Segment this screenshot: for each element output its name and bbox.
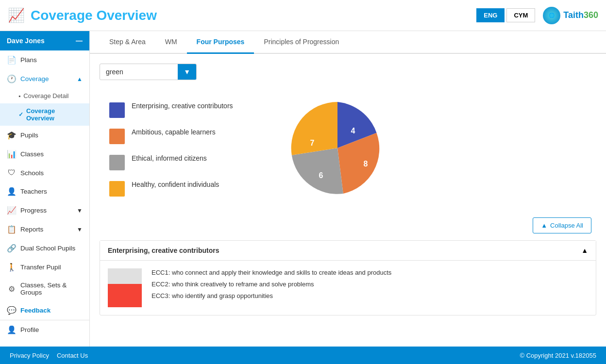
teachers-icon: 👤 [7,187,17,196]
classes-sets-icon: ⚙ [7,284,17,294]
header-icon: 📈 [8,7,25,23]
sidebar-item-feedback[interactable]: 💬 Feedback [0,301,89,320]
sidebar-user[interactable]: Dave Jones — [0,31,89,50]
tab-step-area[interactable]: Step & Area [100,31,155,54]
sidebar-item-classes[interactable]: 📊 Classes [0,145,89,164]
sidebar-item-reports[interactable]: 📋 Reports ▼ [0,220,89,239]
ecc-item-3: ECC3: who identify and grasp opportuniti… [152,292,588,300]
dropdown-arrow-button[interactable]: ▼ [178,64,196,80]
sidebar-item-label: Profile [20,326,39,333]
sidebar-item-pupils[interactable]: 🎓 Pupils [0,126,89,145]
bar-fill [108,284,142,307]
lang-cym-button[interactable]: CYM [506,8,535,22]
pie-label-enterprising: 4 [351,127,355,135]
feedback-icon: 💬 [7,306,17,315]
collapse-icon: ▲ [541,222,547,229]
dual-school-icon: 🔗 [7,244,17,253]
footer-links: Privacy Policy Contact Us [10,352,88,359]
pie-label-healthy: 7 [310,139,315,147]
progress-icon: 📈 [7,206,17,215]
dropdown-value: green [100,64,178,80]
coverage-icon: 🕐 [7,74,17,83]
plans-icon: 📄 [7,55,17,65]
sidebar-item-coverage-overview[interactable]: ✓ Coverage Overview [0,103,89,126]
tab-four-purposes[interactable]: Four Purposes [187,31,254,54]
section-content-enterprising: ECC1: who connect and apply their knowle… [100,261,596,315]
legend-item-ambitious: Ambitious, capable learners [109,128,236,144]
chevron-up-icon: ▲ [77,76,83,83]
transfer-icon: 🚶 [7,263,17,272]
sidebar-item-label: Teachers [20,188,47,195]
legend-color-healthy [109,181,125,197]
collapse-section: ▲ Collapse All [100,217,596,240]
sidebar-item-label: Plans [20,56,37,64]
sidebar-item-label: Transfer Pupil [20,264,61,271]
legend-item-enterprising: Enterprising, creative contributors [109,101,236,118]
footer: Privacy Policy Contact Us © Copyright 20… [0,347,606,364]
sidebar-item-messages[interactable]: ✉ Messages [0,339,89,347]
sidebar-item-label: Progress [20,207,47,214]
chart-section: Enterprising, creative contributors Ambi… [100,90,596,217]
main-layout: Dave Jones — 📄 Plans 🕐 Coverage ▲ ▪ Cove… [0,31,606,347]
section-card-enterprising: Enterprising, creative contributors ▲ EC… [100,240,596,315]
chart-legend: Enterprising, creative contributors Ambi… [109,101,236,197]
collapse-all-button[interactable]: ▲ Collapse All [533,217,591,233]
legend-label-healthy: Healthy, confident individuals [132,180,219,190]
sidebar-item-coverage-detail[interactable]: ▪ Coverage Detail [0,88,89,103]
pie-label-ambitious: 8 [364,160,368,168]
sidebar-item-profile[interactable]: 👤 Profile [0,320,89,339]
tab-principles[interactable]: Principles of Progression [254,31,349,54]
colour-dropdown[interactable]: green ▼ [100,64,197,80]
contact-us-link[interactable]: Contact Us [57,352,88,359]
sidebar-item-label: Dual School Pupils [20,245,75,252]
logo-text: Taith360 [563,10,598,20]
app-header: 📈 Coverage Overview ENG CYM 🌐 Taith360 [0,0,606,31]
sidebar-item-label: Coverage [20,75,49,83]
legend-color-enterprising [109,102,125,118]
dropdown-container: green ▼ [100,64,596,80]
coverage-overview-icon: ✓ [18,111,23,118]
legend-label-ethical: Ethical, informed citizens [132,154,207,164]
sidebar-item-coverage[interactable]: 🕐 Coverage ▲ [0,69,89,88]
ecc-list: ECC1: who connect and apply their knowle… [152,268,588,307]
sidebar-item-dual-school-pupils[interactable]: 🔗 Dual School Pupils [0,239,89,258]
pupils-icon: 🎓 [7,131,17,140]
legend-item-healthy: Healthy, confident individuals [109,180,236,197]
user-name: Dave Jones [7,37,45,45]
sidebar-item-schools[interactable]: 🛡 Schools [0,164,89,182]
reports-icon: 📋 [7,225,17,234]
sidebar-item-label: Classes, Sets & Groups [20,281,83,296]
sidebar-item-teachers[interactable]: 👤 Teachers [0,182,89,201]
section-bar-chart [108,268,142,307]
tab-wm[interactable]: WM [155,31,187,54]
content-area: green ▼ Enterprising, creative contribut… [90,54,606,347]
sidebar-item-progress[interactable]: 📈 Progress ▼ [0,201,89,220]
tab-bar: Step & Area WM Four Purposes Principles … [90,31,606,54]
coverage-detail-icon: ▪ [18,93,20,99]
legend-label-enterprising: Enterprising, creative contributors [132,101,233,111]
collapse-icon[interactable]: — [76,37,83,45]
legend-color-ambitious [109,129,125,144]
sidebar-item-transfer-pupil[interactable]: 🚶 Transfer Pupil [0,258,89,277]
schools-icon: 🛡 [7,168,17,177]
lang-eng-button[interactable]: ENG [476,8,505,22]
logo: 🌐 Taith360 [543,7,598,24]
sidebar-item-plans[interactable]: 📄 Plans [0,50,89,69]
legend-color-ethical [109,155,125,170]
sidebar-item-label: Schools [20,169,44,177]
sidebar-bottom: 👤 Profile ✉ Messages ⚙ Settings [0,320,89,347]
sidebar-item-label: Classes [20,150,44,158]
copyright-text: © Copyright 2021 v.182055 [520,352,597,359]
privacy-policy-link[interactable]: Privacy Policy [10,352,49,359]
language-switcher: ENG CYM [476,8,535,22]
sidebar-item-classes-sets-groups[interactable]: ⚙ Classes, Sets & Groups [0,277,89,301]
sidebar: Dave Jones — 📄 Plans 🕐 Coverage ▲ ▪ Cove… [0,31,90,347]
pie-chart-svg: 4 8 6 7 [284,95,391,201]
sidebar-sub-label: Coverage Overview [26,107,83,122]
main-content: Step & Area WM Four Purposes Principles … [90,31,606,347]
logo-icon: 🌐 [543,7,560,24]
section-header-enterprising[interactable]: Enterprising, creative contributors ▲ [100,241,596,261]
page-title: Coverage Overview [31,8,476,23]
sidebar-item-label: Feedback [20,307,50,314]
chevron-down-icon: ▼ [77,226,83,233]
